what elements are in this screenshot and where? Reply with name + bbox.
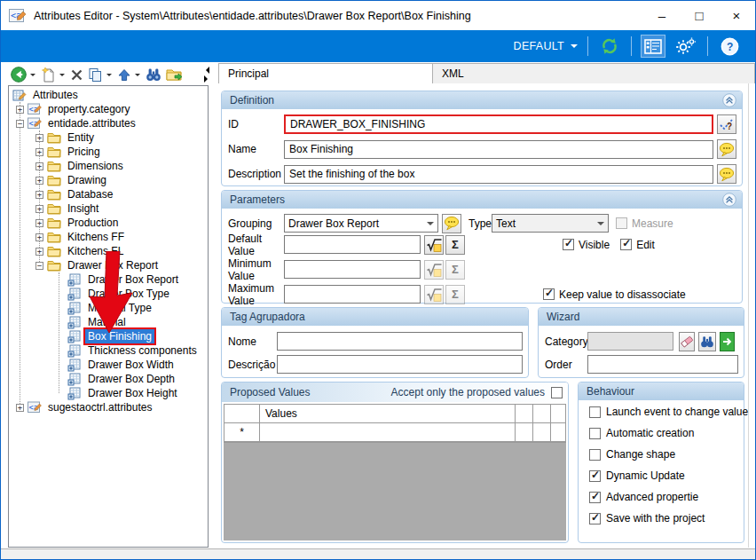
export-button[interactable] bbox=[165, 66, 185, 83]
chevron-down-icon[interactable] bbox=[30, 74, 35, 79]
behaviour-option-launch-event-to-change-value[interactable]: Launch event to change value bbox=[589, 406, 748, 418]
category-clear-button[interactable] bbox=[679, 332, 695, 351]
name-field[interactable]: Box Finishing bbox=[284, 140, 713, 159]
grouping-translate-button[interactable] bbox=[442, 214, 461, 233]
order-field[interactable] bbox=[587, 355, 738, 374]
behaviour-checkbox[interactable] bbox=[589, 406, 601, 418]
expand-icon[interactable]: + bbox=[35, 148, 43, 156]
tree-item-attributes[interactable]: Attributes bbox=[9, 88, 208, 102]
tree-item-sugestaoctrl-attributes[interactable]: +<asugestaoctrl.attributes bbox=[9, 400, 208, 414]
expand-icon[interactable]: + bbox=[16, 404, 24, 412]
expand-icon[interactable]: + bbox=[35, 233, 43, 241]
tree-item-drawing[interactable]: +Drawing bbox=[9, 173, 208, 187]
grouping-select[interactable]: Drawer Box Report bbox=[284, 214, 438, 233]
tree-item-drawer-box-width[interactable]: Drawer Box Width bbox=[9, 358, 208, 372]
expand-icon[interactable]: + bbox=[35, 134, 43, 142]
type-label: Type bbox=[469, 217, 492, 230]
tab-xml[interactable]: XML bbox=[433, 63, 755, 83]
behaviour-option-change-shape[interactable]: Change shape bbox=[589, 448, 675, 461]
values-grid-cell[interactable] bbox=[533, 423, 551, 442]
refresh-icon bbox=[600, 37, 619, 55]
leaf-icon bbox=[67, 272, 82, 287]
expand-icon[interactable]: + bbox=[35, 162, 43, 170]
collapse-chevron-icon[interactable] bbox=[722, 93, 736, 107]
expand-icon[interactable]: + bbox=[35, 205, 43, 213]
expand-icon[interactable]: + bbox=[16, 106, 24, 114]
name-translate-button[interactable] bbox=[717, 139, 736, 159]
tree-item-thickness-components[interactable]: Thickness components bbox=[9, 343, 208, 358]
chevron-down-icon[interactable] bbox=[106, 74, 112, 79]
expand-icon[interactable]: + bbox=[35, 191, 43, 199]
behaviour-checkbox[interactable] bbox=[589, 428, 601, 439]
behaviour-checkbox[interactable] bbox=[589, 513, 601, 525]
tree-item-drawer-box-height[interactable]: Drawer Box Height bbox=[9, 386, 208, 400]
id-field[interactable]: DRAWER_BOX_FINISHING bbox=[286, 116, 712, 132]
edit-checkbox[interactable] bbox=[620, 239, 632, 250]
tree-item-production[interactable]: +Production bbox=[9, 216, 208, 230]
descricao-field[interactable] bbox=[277, 355, 523, 374]
values-grid[interactable]: Values* bbox=[224, 404, 566, 443]
behaviour-option-advanced-propertie[interactable]: Advanced propertie bbox=[589, 491, 698, 503]
move-up-button[interactable] bbox=[116, 66, 132, 83]
collapse-icon[interactable]: − bbox=[35, 262, 43, 270]
minimum-value-field[interactable] bbox=[284, 260, 421, 279]
values-grid-cell[interactable] bbox=[260, 423, 516, 442]
category-find-button[interactable] bbox=[698, 332, 716, 351]
values-grid-cell[interactable] bbox=[516, 423, 533, 442]
chevron-down-icon[interactable] bbox=[59, 74, 65, 79]
behaviour-checkbox[interactable] bbox=[589, 449, 601, 461]
category-go-button[interactable] bbox=[720, 332, 735, 351]
default-value-field[interactable] bbox=[284, 235, 421, 254]
collapse-chevron-icon[interactable] bbox=[722, 193, 736, 207]
maximize-button[interactable]: □ bbox=[681, 1, 718, 30]
attribute-panel-button[interactable] bbox=[642, 35, 665, 57]
tree-item-insight[interactable]: +Insight bbox=[9, 201, 208, 216]
check-id-button[interactable]: ? bbox=[717, 114, 736, 134]
settings-button[interactable] bbox=[674, 35, 697, 57]
behaviour-checkbox[interactable] bbox=[589, 470, 601, 482]
tree-item-pricing[interactable]: +Pricing bbox=[9, 145, 208, 159]
profile-dropdown[interactable]: DEFAULT bbox=[514, 40, 578, 52]
type-select[interactable]: Text bbox=[492, 214, 609, 233]
minimize-button[interactable]: – bbox=[643, 1, 681, 30]
expand-icon[interactable]: + bbox=[35, 177, 43, 185]
maximum-value-field[interactable] bbox=[284, 285, 421, 304]
values-grid-cell[interactable]: * bbox=[224, 423, 260, 442]
folder-icon bbox=[47, 187, 61, 201]
description-field[interactable]: Set the finishing of the box bbox=[284, 165, 713, 184]
keep-value-checkbox[interactable] bbox=[543, 288, 555, 300]
tree-item-entity[interactable]: +Entity bbox=[9, 130, 208, 145]
expand-icon[interactable]: + bbox=[35, 219, 43, 227]
expand-icon[interactable]: + bbox=[35, 248, 43, 256]
tree-item-entidade-attributes[interactable]: −<aentidade.attributes bbox=[9, 116, 208, 130]
behaviour-option-automatic-creation[interactable]: Automatic creation bbox=[589, 427, 694, 439]
new-item-button[interactable] bbox=[40, 66, 57, 83]
default-sum-button[interactable]: Σ bbox=[445, 235, 465, 255]
back-button[interactable] bbox=[10, 66, 28, 83]
copy-button[interactable] bbox=[87, 66, 104, 83]
collapse-icon[interactable]: − bbox=[16, 120, 24, 128]
tab-principal[interactable]: Principal bbox=[218, 63, 433, 83]
help-button[interactable]: ? bbox=[718, 35, 741, 57]
tree-item-drawer-box-depth[interactable]: Drawer Box Depth bbox=[9, 372, 208, 386]
behaviour-option-dynamic-update[interactable]: Dynamic Update bbox=[589, 469, 685, 482]
nome-field[interactable] bbox=[277, 332, 523, 351]
description-translate-button[interactable] bbox=[717, 164, 736, 184]
splitter-toggle[interactable] bbox=[204, 67, 211, 83]
accept-proposed-checkbox[interactable] bbox=[551, 387, 563, 398]
tree-item-property-category[interactable]: +<aproperty.category bbox=[9, 102, 208, 116]
definition-title: Definition bbox=[230, 94, 274, 106]
delete-button[interactable] bbox=[69, 66, 84, 83]
behaviour-checkbox[interactable] bbox=[589, 492, 601, 503]
default-formula-button[interactable] bbox=[424, 235, 444, 255]
chevron-down-icon[interactable] bbox=[135, 74, 140, 79]
tree-item-dimensions[interactable]: +Dimensions bbox=[9, 159, 208, 173]
behaviour-option-save-with-the-project[interactable]: Save with the project bbox=[589, 512, 705, 525]
close-button[interactable]: × bbox=[718, 1, 755, 30]
tree-item-kitchens-ff[interactable]: +Kitchens FF bbox=[9, 230, 208, 244]
find-button[interactable] bbox=[145, 66, 162, 83]
refresh-button[interactable] bbox=[598, 35, 621, 57]
values-grid-cell[interactable] bbox=[551, 423, 565, 442]
visible-checkbox[interactable] bbox=[563, 239, 574, 250]
tree-item-database[interactable]: +Database bbox=[9, 187, 208, 201]
